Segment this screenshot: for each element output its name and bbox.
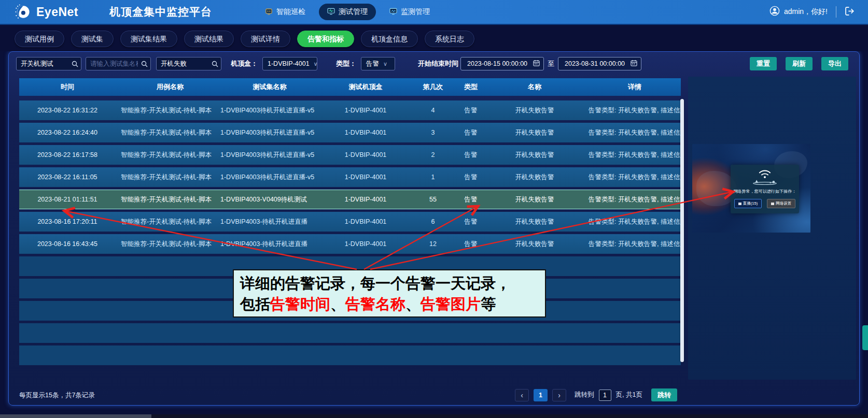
network-settings-button[interactable]: 网络设置 xyxy=(767,199,795,208)
side-widget-handle[interactable] xyxy=(862,325,868,350)
tab-3[interactable]: 测试集结果 xyxy=(120,31,177,47)
prev-page-button[interactable]: ‹ xyxy=(515,389,529,401)
case-search-input[interactable] xyxy=(16,57,81,70)
nav-item-3[interactable]: 监测管理 xyxy=(381,4,438,20)
tab-8[interactable]: 系统日志 xyxy=(425,31,474,47)
nav-item-1[interactable]: 智能巡检 xyxy=(257,4,314,20)
type-select-value: 告警 xyxy=(366,60,379,68)
tab-2[interactable]: 测试集 xyxy=(71,31,114,47)
date-to-label: 至 xyxy=(548,59,554,68)
table-row[interactable]: 2023-08-22 16:11:05智能推荐-开关机测试-待机-脚本1-DVB… xyxy=(19,167,681,187)
table-row-empty xyxy=(19,323,681,343)
cell-type: 告警 xyxy=(454,128,488,137)
sub-tab-bar: 测试用例测试集测试集结果测试结果测试详情告警和指标机顶盒信息系统日志 xyxy=(0,26,868,51)
pagination: ‹ 1 › 跳转到 页, 共1页 跳转 xyxy=(515,388,677,401)
table-row[interactable]: 2023-08-22 16:24:40智能推荐-开关机测试-待机-脚本1-DVB… xyxy=(19,123,681,142)
cell-name: 开机失败告警 xyxy=(488,151,581,160)
alarm-preview-panel: 网络异常，您可以进行如下操作： 直播(15) 网络设置 xyxy=(688,77,856,380)
eyenet-logo-icon xyxy=(13,3,32,21)
stb-select-value: 1-DVBIP-4001 xyxy=(268,60,310,67)
cell-stb: 1-DVBIP-4001 xyxy=(319,174,412,181)
end-date-value: 2023-08-31 00:00:00 xyxy=(565,60,631,67)
cell-nth: 3 xyxy=(412,129,454,136)
cell-stb: 1-DVBIP-4001 xyxy=(319,240,412,248)
cell-type: 告警 xyxy=(454,240,488,249)
avatar-icon xyxy=(769,6,780,18)
horizontal-scrollbar-track xyxy=(0,414,868,418)
cell-detail: 告警类型: 开机失败告警, 描述信息 xyxy=(581,106,681,115)
cell-type: 告警 xyxy=(454,195,488,204)
cell-set_name: 1-DVBIP4003-V0409待机测试 xyxy=(219,195,319,204)
alarm-monitor-page: { "header": { "brand": "EyeNet", "title"… xyxy=(0,0,868,418)
set-search-input[interactable] xyxy=(86,57,151,70)
cell-type: 告警 xyxy=(454,218,488,226)
table-row[interactable]: 2023-08-16 16:43:45智能推荐-开关机测试-待机-脚本1-DVB… xyxy=(19,234,681,254)
annotation-line1: 详细的告警记录，每一个告警一天记录， xyxy=(240,273,539,294)
cell-nth: 1 xyxy=(412,174,454,181)
reset-button[interactable]: 重置 xyxy=(750,57,777,70)
chevron-down-icon: ∨ xyxy=(383,61,387,67)
table-vertical-scrollbar[interactable] xyxy=(680,99,684,362)
current-page-button[interactable]: 1 xyxy=(534,389,548,401)
table-body: 2023-08-22 16:31:22智能推荐-开关机测试-待机-脚本1-DVB… xyxy=(19,100,681,366)
cell-set_name: 1-DVBIP4003-待机开机进直播 xyxy=(219,240,319,249)
tab-7[interactable]: 机顶盒信息 xyxy=(361,31,418,47)
tab-1[interactable]: 测试用例 xyxy=(15,31,64,47)
end-date-picker[interactable]: 2023-08-31 00:00:00 xyxy=(558,57,641,70)
user-area: admin，你好! xyxy=(769,6,868,18)
export-button[interactable]: 导出 xyxy=(821,57,848,70)
cell-set_name: 1-DVBIP4003待机开机进直播-v5 xyxy=(219,151,319,160)
cell-detail: 告警类型: 开机失败告警, 描述信息 xyxy=(581,218,681,226)
tab-6[interactable]: 告警和指标 xyxy=(297,31,354,47)
jump-page-input[interactable] xyxy=(599,390,611,401)
cell-name: 开机失败告警 xyxy=(488,106,581,115)
brand-logo[interactable]: EyeNet xyxy=(0,3,78,21)
cell-nth: 12 xyxy=(412,240,454,248)
tab-4[interactable]: 测试结果 xyxy=(184,31,234,47)
cell-detail: 告警类型: 开机失败告警, 描述信息 xyxy=(581,195,681,204)
column-header-5: 第几次 xyxy=(412,82,454,92)
horizontal-scrollbar-thumb[interactable] xyxy=(0,414,151,418)
table-row[interactable]: 2023-08-22 16:17:58智能推荐-开关机测试-待机-脚本1-DVB… xyxy=(19,145,681,165)
annotation-text: 、 xyxy=(405,296,421,312)
alarm-screenshot-image[interactable]: 网络异常，您可以进行如下操作： 直播(15) 网络设置 xyxy=(692,144,810,233)
cell-nth: 55 xyxy=(412,196,454,203)
stb-filter-label: 机顶盒： xyxy=(231,59,258,68)
tab-5[interactable]: 测试详情 xyxy=(241,31,290,47)
logout-icon[interactable] xyxy=(845,6,856,18)
column-header-1: 时间 xyxy=(19,82,116,92)
network-error-dialog: 网络异常，您可以进行如下操作： 直播(15) 网络设置 xyxy=(731,165,799,213)
table-row[interactable]: 2023-08-16 17:20:11智能推荐-开关机测试-待机-脚本1-DVB… xyxy=(19,212,681,232)
inspection-monitor-icon xyxy=(265,8,273,17)
table-row[interactable]: 2023-08-22 16:31:22智能推荐-开关机测试-待机-脚本1-DVB… xyxy=(19,100,681,120)
column-header-3: 测试集名称 xyxy=(219,82,319,92)
nav-item-2[interactable]: 测试管理 xyxy=(319,4,376,20)
table-footer: 每页显示15条，共7条记录 ‹ 1 › 跳转到 页, 共1页 跳转 xyxy=(9,387,859,403)
cell-stb: 1-DVBIP-4001 xyxy=(319,196,412,203)
table-row[interactable]: 2023-08-21 01:11:51智能推荐-开关机测试-待机-脚本1-DVB… xyxy=(19,190,681,209)
annotation-red-term: 告警名称 xyxy=(345,296,405,312)
table-row-empty xyxy=(19,345,681,365)
refresh-button[interactable]: 刷新 xyxy=(786,57,813,70)
live-button[interactable]: 直播(15) xyxy=(734,199,762,208)
cell-set_name: 1-DVBIP4003待机开机进直播-v5 xyxy=(219,106,319,115)
alarm-search-input[interactable] xyxy=(156,57,221,70)
alarm-search-box xyxy=(156,57,221,70)
cell-case_name: 智能推荐-开关机测试-待机-脚本 xyxy=(116,240,219,249)
annotation-text: 等 xyxy=(481,296,496,312)
nav-item-label: 智能巡检 xyxy=(276,7,305,17)
user-greeting[interactable]: admin，你好! xyxy=(784,7,828,17)
table-header-row: 时间用例名称测试集名称测试机顶盒第几次类型名称详情 xyxy=(19,78,681,96)
stb-select[interactable]: 1-DVBIP-4001 ∨ xyxy=(262,57,317,70)
cell-stb: 1-DVBIP-4001 xyxy=(319,129,412,136)
type-select[interactable]: 告警 ∨ xyxy=(361,57,395,70)
column-header-8: 详情 xyxy=(581,82,681,92)
annotation-text: 包括 xyxy=(240,296,270,312)
jump-button[interactable]: 跳转 xyxy=(651,388,677,401)
chevron-down-icon: ∨ xyxy=(314,61,318,67)
header-divider xyxy=(836,6,836,18)
next-page-button[interactable]: › xyxy=(552,389,566,401)
cell-type: 告警 xyxy=(454,151,488,160)
start-date-picker[interactable]: 2023-08-15 00:00:00 xyxy=(460,57,544,70)
cell-nth: 2 xyxy=(412,151,454,158)
